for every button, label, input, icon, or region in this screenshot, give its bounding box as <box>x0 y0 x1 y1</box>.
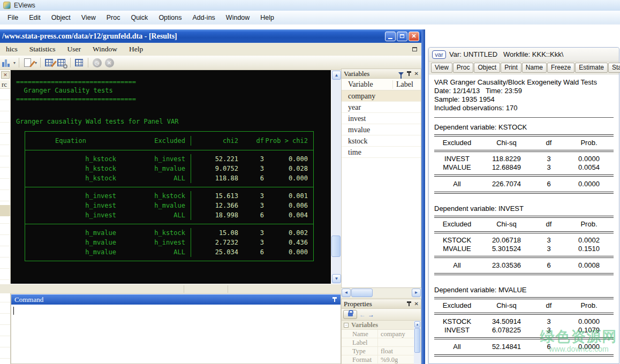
variable-item-kstock[interactable]: kstock <box>342 135 421 147</box>
data-browser-icon[interactable] <box>56 58 67 68</box>
scroll-down-icon[interactable]: ▼ <box>332 274 341 283</box>
graph-icon[interactable] <box>1 58 12 68</box>
review-rows[interactable] <box>0 89 10 364</box>
variables-column-headers: Variable Label <box>342 79 421 90</box>
stats-button[interactable]: Stats <box>608 63 620 73</box>
object-button[interactable]: Object <box>474 63 500 73</box>
back-arrow-icon[interactable]: ← <box>359 311 366 318</box>
properties-panel: Properties ✕ ← → − Variables Namecompany… <box>341 299 421 364</box>
menu-addins[interactable]: Add-ins <box>187 11 220 25</box>
menu-user[interactable]: User <box>62 45 87 54</box>
scrollbar-thumb[interactable] <box>351 289 373 297</box>
scroll-up-icon[interactable]: ▲ <box>414 321 420 328</box>
eviews-menubar: File Edit Object View Proc Quick Options… <box>0 11 620 25</box>
menu-quick[interactable]: Quick <box>125 11 153 25</box>
command-title: Command <box>14 295 332 304</box>
lock-button[interactable] <box>343 310 357 319</box>
var-date-line: Date: 12/14/13 Time: 23:59 <box>434 87 614 95</box>
var-titlebar[interactable]: var Var: UNTITLED Workfile: KKK::Kkk\ <box>429 48 619 62</box>
property-row[interactable]: Typefloat <box>342 347 421 355</box>
property-row[interactable]: Format%9.0g <box>342 355 421 364</box>
close-icon[interactable]: ✕ <box>414 301 419 307</box>
wald-table-kstock: Dependent variable: KSTOCK ExcludedChi-s… <box>434 123 614 194</box>
stata-window-title: /www.stata-press.com/data/r12/grunfeld.d… <box>2 32 384 41</box>
var-heading: VAR Granger Causality/Block Exogeneity W… <box>434 78 614 87</box>
menu-proc[interactable]: Proc <box>101 11 126 25</box>
minimize-button[interactable] <box>385 32 396 41</box>
variable-item-mvalue[interactable]: mvalue <box>342 124 421 135</box>
menu-window[interactable]: Window <box>221 11 255 25</box>
dofile-dropdown-icon[interactable]: ▾ <box>35 60 37 65</box>
table-header-row: Equation Excluded chi2 df Prob > chi2 <box>25 132 313 150</box>
menu-file[interactable]: File <box>2 11 24 25</box>
data-editor-icon[interactable] <box>44 58 55 68</box>
close-button[interactable]: ✕ <box>409 32 419 41</box>
table-group-mvalue: h_mvalueh_kstock15.0830.002 h_mvalueh_in… <box>25 224 313 261</box>
table-row: h_investALL18.99860.004 <box>25 210 313 220</box>
collapse-icon[interactable]: − <box>344 323 349 328</box>
menu-help[interactable]: Help <box>123 45 149 54</box>
scrollbar-thumb[interactable] <box>414 328 420 353</box>
variable-item-company[interactable]: company <box>342 90 421 102</box>
table-row: h_mvalueh_kstock15.0830.002 <box>25 228 313 238</box>
menu-statistics[interactable]: Statistics <box>24 45 62 54</box>
proc-button[interactable]: Proc <box>453 63 474 73</box>
estimate-button[interactable]: Estimate <box>575 63 608 73</box>
property-row[interactable]: Label <box>342 338 421 347</box>
property-row[interactable]: Namecompany <box>342 330 421 338</box>
table-row: KSTOCK20.0671830.0002 <box>434 236 614 245</box>
pin-icon[interactable] <box>406 301 412 307</box>
graph-dropdown-icon[interactable]: ▾ <box>13 60 16 65</box>
command-titlebar[interactable]: Command <box>11 294 341 305</box>
clock-icon: ◷ <box>92 58 102 68</box>
command-input-caret[interactable] <box>13 307 14 315</box>
close-icon[interactable]: ✕ <box>414 71 419 77</box>
table-all-row: All226.707460.0000 <box>434 178 614 191</box>
scrollbar-thumb[interactable] <box>331 236 341 257</box>
variable-item-year[interactable]: year <box>342 102 421 113</box>
print-button[interactable]: Print <box>501 63 521 73</box>
scroll-right-icon[interactable]: ► <box>412 289 421 297</box>
table-row: MVALUE5.30152430.1510 <box>434 245 614 253</box>
forward-arrow-icon[interactable]: → <box>368 311 374 318</box>
variable-item-invest[interactable]: invest <box>342 113 421 124</box>
menu-window[interactable]: Window <box>87 45 123 54</box>
variables-manager-icon[interactable] <box>74 58 85 68</box>
pin-icon[interactable] <box>406 71 412 77</box>
review-column-header: rc <box>0 80 10 89</box>
menu-options[interactable]: Options <box>153 11 187 25</box>
dofile-editor-icon[interactable] <box>22 58 33 68</box>
var-output: VAR Granger Causality/Block Exogeneity W… <box>429 74 619 357</box>
freeze-button[interactable]: Freeze <box>547 63 574 73</box>
horizontal-scrollbar[interactable]: ◄ ► <box>341 288 421 298</box>
properties-scrollbar[interactable]: ▲ <box>414 321 421 364</box>
stata-titlebar[interactable]: /www.stata-press.com/data/r12/grunfeld.d… <box>0 29 421 43</box>
name-button[interactable]: Name <box>522 63 547 73</box>
var-window-title: Var: UNTITLED Workfile: KKK::Kkk\ <box>449 50 563 58</box>
menu-edit[interactable]: Edit <box>24 11 46 25</box>
var-object-icon: var <box>432 50 446 59</box>
variable-item-time[interactable]: time <box>342 147 421 158</box>
column-variable[interactable]: Variable <box>342 80 393 89</box>
scroll-up-icon[interactable]: ▲ <box>332 71 341 80</box>
menu-help[interactable]: Help <box>255 11 279 25</box>
table-row: h_kstockALL118.8860.000 <box>25 173 313 183</box>
menu-object[interactable]: Object <box>46 11 76 25</box>
variables-panel-title: Variables <box>344 70 396 78</box>
section-variables[interactable]: − Variables <box>342 321 421 330</box>
pin-icon[interactable] <box>332 297 337 302</box>
dependent-variable-label: Dependent variable: KSTOCK <box>434 123 614 131</box>
restore-document-icon[interactable] <box>412 47 417 51</box>
view-button[interactable]: View <box>431 63 452 73</box>
stata-menubar: hics Statistics User Window Help <box>0 43 421 56</box>
scroll-left-icon[interactable]: ◄ <box>342 289 351 297</box>
menu-graphics[interactable]: hics <box>0 45 24 54</box>
review-close-icon[interactable]: ✕ <box>1 71 10 79</box>
restore-button[interactable] <box>397 32 407 41</box>
column-label[interactable]: Label <box>393 80 413 89</box>
properties-toolbar: ← → <box>342 309 421 321</box>
review-selected-row[interactable] <box>0 205 10 216</box>
filter-icon[interactable] <box>398 72 404 75</box>
menu-view[interactable]: View <box>76 11 101 25</box>
table-row: h_mvalueALL25.03460.000 <box>25 247 313 257</box>
